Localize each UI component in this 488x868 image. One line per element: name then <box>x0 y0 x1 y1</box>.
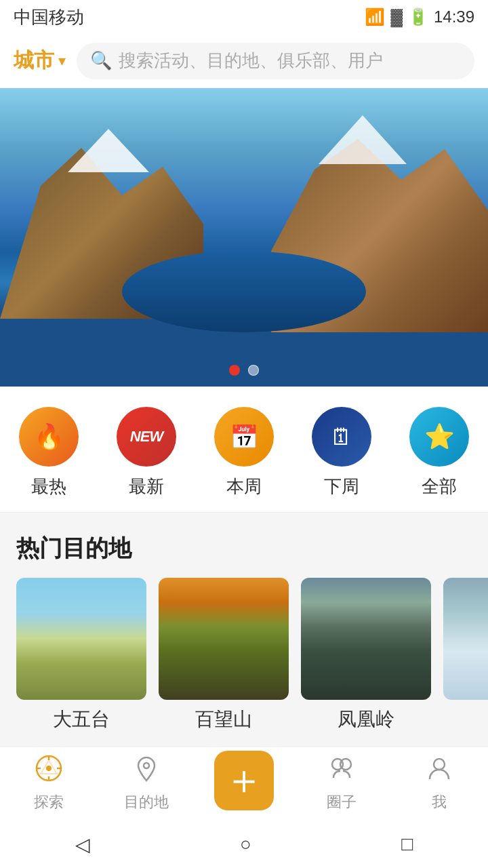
dest-card-1[interactable]: 大五台 <box>16 578 146 732</box>
hot-icon: 🔥 <box>19 407 79 467</box>
nav-circle[interactable]: 圈子 <box>293 755 390 812</box>
nav-explore[interactable]: 探索 <box>0 755 98 812</box>
all-icon: ⭐ <box>409 407 469 467</box>
city-selector[interactable]: 城市 ▾ <box>14 47 66 75</box>
svg-point-7 <box>144 763 149 768</box>
calendar-nextweek-icon: 🗓 <box>330 424 353 450</box>
battery-icon: 🔋 <box>408 7 428 26</box>
plus-icon: ＋ <box>224 753 264 808</box>
search-icon: 🔍 <box>90 50 112 71</box>
popular-section-header: 热门目的地 <box>0 513 488 578</box>
dest-label-1: 大五台 <box>16 707 146 732</box>
nav-destination-label: 目的地 <box>124 792 169 812</box>
category-all-label: 全部 <box>422 475 457 498</box>
dest-card-3[interactable]: 凤凰岭 <box>301 578 431 732</box>
status-bar: 中国移动 📶 ▓ 🔋 14:39 <box>0 0 488 34</box>
bottom-nav: 探索 目的地 ＋ 圈子 <box>0 746 488 821</box>
dest-card-4[interactable]: 坡峰 <box>443 578 488 732</box>
calendar-week-icon: 📅 <box>230 423 258 450</box>
hero-banner[interactable] <box>0 88 488 387</box>
category-all[interactable]: ⭐ 全部 <box>409 407 469 498</box>
carrier-label: 中国移动 <box>14 5 84 29</box>
svg-point-10 <box>434 759 445 770</box>
lake-decor <box>122 251 366 332</box>
dest-card-2[interactable]: 百望山 <box>159 578 289 732</box>
category-week-label: 本周 <box>226 475 262 498</box>
category-nextweek[interactable]: 🗓 下周 <box>312 407 371 498</box>
destinations-scroll: 大五台 百望山 凤凰岭 坡峰 <box>0 578 488 746</box>
categories-row: 🔥 最热 NEW 最新 📅 本周 🗓 下周 ⭐ 全部 <box>0 387 488 513</box>
dest-image-1 <box>16 578 146 700</box>
star-icon: ⭐ <box>424 422 455 451</box>
me-icon <box>426 755 453 788</box>
new-badge: NEW <box>130 428 163 446</box>
category-thisweek[interactable]: 📅 本周 <box>214 407 274 498</box>
dest-image-3 <box>301 578 431 700</box>
category-nextweek-label: 下周 <box>324 475 359 498</box>
banner-dots <box>229 365 259 376</box>
dest-image-2 <box>159 578 289 700</box>
add-button[interactable]: ＋ <box>214 751 274 810</box>
new-icon: NEW <box>117 407 176 467</box>
android-bar: ◁ ○ □ <box>0 821 488 868</box>
category-hot-label: 最热 <box>31 475 66 498</box>
banner-dot-1[interactable] <box>229 365 240 376</box>
fire-icon: 🔥 <box>34 422 64 451</box>
city-label: 城市 <box>14 47 54 75</box>
search-placeholder: 搜索活动、目的地、俱乐部、用户 <box>119 49 383 73</box>
recents-button[interactable]: □ <box>401 833 413 855</box>
nav-me[interactable]: 我 <box>390 755 488 812</box>
circle-icon <box>328 755 355 788</box>
nextweek-icon: 🗓 <box>312 407 371 467</box>
category-hot[interactable]: 🔥 最热 <box>19 407 79 498</box>
chevron-down-icon: ▾ <box>58 52 66 70</box>
dest-label-2: 百望山 <box>159 707 289 732</box>
search-bar[interactable]: 🔍 搜索活动、目的地、俱乐部、用户 <box>77 43 474 79</box>
status-icons: 📶 ▓ 🔋 14:39 <box>365 7 474 26</box>
nav-add[interactable]: ＋ <box>195 751 293 817</box>
dest-image-4 <box>443 578 488 700</box>
nav-me-label: 我 <box>432 792 447 812</box>
dest-label-3: 凤凰岭 <box>301 707 431 732</box>
explore-icon <box>35 755 62 788</box>
banner-dot-2[interactable] <box>248 365 259 376</box>
nav-circle-label: 圈子 <box>327 792 357 812</box>
popular-title: 热门目的地 <box>16 535 131 561</box>
destination-icon <box>133 755 160 788</box>
dest-label-4: 坡峰 <box>443 707 488 732</box>
wifi-icon: ▓ <box>390 7 403 26</box>
signal-icon: 📶 <box>365 7 385 26</box>
svg-point-6 <box>46 766 52 771</box>
back-button[interactable]: ◁ <box>75 833 90 856</box>
nav-destination[interactable]: 目的地 <box>98 755 195 812</box>
svg-point-9 <box>340 759 351 770</box>
time-label: 14:39 <box>434 7 474 26</box>
home-button[interactable]: ○ <box>240 833 251 855</box>
header: 城市 ▾ 🔍 搜索活动、目的地、俱乐部、用户 <box>0 34 488 88</box>
hero-image <box>0 88 488 387</box>
category-new-label: 最新 <box>129 475 164 498</box>
nav-explore-label: 探索 <box>34 792 64 812</box>
category-new[interactable]: NEW 最新 <box>117 407 176 498</box>
week-icon: 📅 <box>214 407 274 467</box>
